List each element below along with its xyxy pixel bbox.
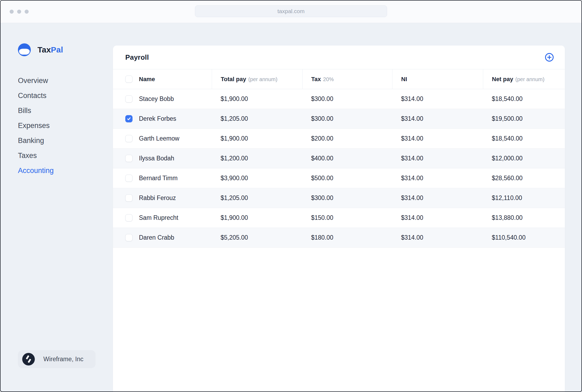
ni-cell: $314.00 [392, 208, 483, 228]
table-header-row: Name Total pay(per annum) Tax20% NI [113, 69, 565, 89]
table-row: Ilyssa Bodah$1,200.00$400.00$314.00$12,0… [113, 149, 565, 168]
net-pay-cell: $12,110.00 [483, 188, 565, 208]
app-window: taxpal.com TaxPal OverviewContactsBillsE… [0, 0, 582, 392]
table-row: Bernard Timm$3,900.00$500.00$314.00$28,5… [113, 168, 565, 188]
column-label: Net pay [492, 76, 513, 82]
ni-cell: $314.00 [392, 109, 483, 129]
column-header-ni: NI [392, 69, 483, 89]
net-pay-cell: $19,500.00 [483, 109, 565, 129]
row-checkbox[interactable] [125, 234, 133, 241]
taxpal-logo-icon [18, 43, 31, 56]
tax-cell: $300.00 [302, 109, 392, 129]
table-row: Garth Leemow$1,900.00$200.00$314.00$18,5… [113, 129, 565, 149]
window-control-dot[interactable] [17, 10, 21, 14]
total-pay-cell: $1,900.00 [212, 208, 302, 228]
row-checkbox[interactable] [125, 135, 133, 142]
tax-cell: $300.00 [302, 188, 392, 208]
column-sublabel: (per annum) [248, 76, 277, 82]
select-all-checkbox[interactable] [125, 76, 133, 83]
add-payroll-button[interactable] [545, 52, 554, 62]
net-pay-cell: $12,000.00 [483, 149, 565, 168]
total-pay-cell: $3,900.00 [212, 168, 302, 188]
window-controls [10, 10, 29, 14]
total-pay-cell: $1,900.00 [212, 129, 302, 149]
sidebar-item-banking[interactable]: Banking [18, 133, 54, 148]
page-content: TaxPal OverviewContactsBillsExpensesBank… [1, 23, 581, 392]
column-label: Tax [311, 76, 321, 82]
net-pay-cell: $13,880.00 [483, 208, 565, 228]
column-header-net-pay: Net pay(per annum) [483, 69, 565, 89]
wireframe-logo-icon [22, 353, 35, 365]
net-pay-cell: $28,560.00 [483, 168, 565, 188]
row-checkbox[interactable] [125, 115, 133, 122]
employee-name: Rabbi Ferouz [139, 194, 176, 202]
payroll-table: Name Total pay(per annum) Tax20% NI [113, 69, 565, 248]
sidebar-item-taxes[interactable]: Taxes [18, 148, 54, 163]
brand-logo: TaxPal [18, 43, 63, 56]
table-row: Sam Ruprecht$1,900.00$150.00$314.00$13,8… [113, 208, 565, 228]
payroll-table-body: Stacey Bobb$1,900.00$300.00$314.00$18,54… [113, 89, 565, 248]
ni-cell: $314.00 [392, 188, 483, 208]
row-checkbox[interactable] [125, 95, 133, 103]
tax-cell: $180.00 [302, 228, 392, 248]
ni-cell: $314.00 [392, 149, 483, 168]
row-checkbox[interactable] [125, 155, 133, 162]
net-pay-cell: $18,540.00 [483, 89, 565, 109]
total-pay-cell: $1,200.00 [212, 149, 302, 168]
table-row: Rabbi Ferouz$1,205.00$300.00$314.00$12,1… [113, 188, 565, 208]
employee-name: Sam Ruprecht [139, 214, 178, 221]
column-sublabel: 20% [323, 76, 334, 82]
browser-topbar: taxpal.com [1, 1, 581, 23]
employee-name: Ilyssa Bodah [139, 155, 174, 162]
table-row: Stacey Bobb$1,900.00$300.00$314.00$18,54… [113, 89, 565, 109]
table-row: Derek Forbes$1,205.00$300.00$314.00$19,5… [113, 109, 565, 129]
row-checkbox[interactable] [125, 194, 133, 202]
tax-cell: $200.00 [302, 129, 392, 149]
sidebar-item-bills[interactable]: Bills [18, 103, 54, 118]
employee-name: Derek Forbes [139, 115, 176, 122]
table-row: Daren Crabb$5,205.00$180.00$314.00$110,5… [113, 228, 565, 248]
row-checkbox[interactable] [125, 214, 133, 221]
sidebar-item-expenses[interactable]: Expenses [18, 118, 54, 133]
window-control-dot[interactable] [25, 10, 29, 14]
net-pay-cell: $18,540.00 [483, 129, 565, 149]
plus-circle-icon [545, 52, 554, 62]
brand-name-secondary: Pal [51, 45, 63, 54]
total-pay-cell: $5,205.00 [212, 228, 302, 248]
total-pay-cell: $1,900.00 [212, 89, 302, 109]
payroll-card-header: Payroll [113, 46, 565, 69]
window-control-dot[interactable] [10, 10, 14, 14]
sidebar-item-overview[interactable]: Overview [18, 73, 54, 88]
column-label: Total pay [221, 76, 246, 82]
ni-cell: $314.00 [392, 168, 483, 188]
column-header-total-pay: Total pay(per annum) [212, 69, 302, 89]
column-header-name: Name [113, 69, 212, 89]
sidebar-item-accounting[interactable]: Accounting [18, 163, 54, 178]
net-pay-cell: $110,540.00 [483, 228, 565, 248]
sidebar-nav: OverviewContactsBillsExpensesBankingTaxe… [18, 73, 54, 178]
organization-name: Wireframe, Inc [43, 356, 84, 363]
ni-cell: $314.00 [392, 129, 483, 149]
address-bar[interactable]: taxpal.com [195, 5, 387, 17]
brand-name: TaxPal [37, 45, 63, 54]
column-sublabel: (per annum) [515, 76, 545, 82]
employee-name: Daren Crabb [139, 234, 174, 241]
tax-cell: $300.00 [302, 89, 392, 109]
sidebar-item-contacts[interactable]: Contacts [18, 88, 54, 103]
tax-cell: $150.00 [302, 208, 392, 228]
ni-cell: $314.00 [392, 228, 483, 248]
column-header-tax: Tax20% [302, 69, 392, 89]
tax-cell: $500.00 [302, 168, 392, 188]
row-checkbox[interactable] [125, 175, 133, 182]
brand-name-primary: Tax [37, 45, 51, 54]
employee-name: Garth Leemow [139, 135, 179, 142]
total-pay-cell: $1,205.00 [212, 188, 302, 208]
payroll-card: Payroll [113, 46, 565, 392]
ni-cell: $314.00 [392, 89, 483, 109]
column-label: Name [139, 76, 155, 83]
organization-chip[interactable]: Wireframe, Inc [18, 350, 96, 368]
column-label: NI [401, 76, 407, 82]
employee-name: Bernard Timm [139, 175, 177, 182]
total-pay-cell: $1,205.00 [212, 109, 302, 129]
page-title: Payroll [125, 53, 149, 62]
